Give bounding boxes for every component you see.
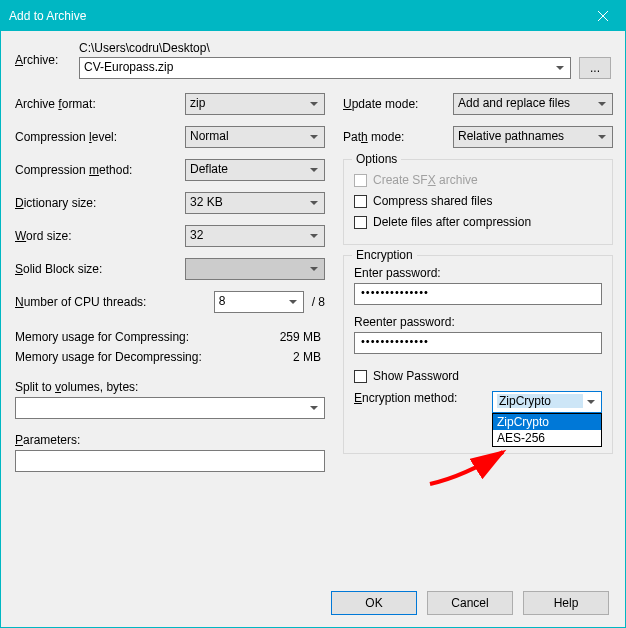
- enc-option-aes256[interactable]: AES-256: [493, 430, 601, 446]
- opt-sfx-checkbox: [354, 174, 367, 187]
- level-combo[interactable]: Normal: [185, 126, 325, 148]
- archive-path: C:\Users\codru\Desktop\: [79, 41, 571, 55]
- method-combo[interactable]: Deflate: [185, 159, 325, 181]
- opt-sfx-row: Create SFX archive: [354, 173, 602, 187]
- enter-pw-label: Enter password:: [354, 266, 602, 280]
- split-combo[interactable]: [15, 397, 325, 419]
- opt-sfx-label: Create SFX archive: [373, 173, 478, 187]
- opt-shared-label: Compress shared files: [373, 194, 492, 208]
- opt-delete-row[interactable]: Delete files after compression: [354, 215, 602, 229]
- titlebar: Add to Archive: [1, 1, 625, 31]
- opt-delete-checkbox[interactable]: [354, 216, 367, 229]
- close-button[interactable]: [580, 1, 625, 31]
- word-label: Word size:: [15, 229, 185, 243]
- options-legend: Options: [352, 152, 401, 166]
- pathmode-combo[interactable]: Relative pathnames: [453, 126, 613, 148]
- reenter-pw-input[interactable]: ••••••••••••••: [354, 332, 602, 354]
- ok-button[interactable]: OK: [331, 591, 417, 615]
- archive-label: Archive:: [15, 53, 71, 67]
- enc-method-combo[interactable]: ZipCrypto: [492, 391, 602, 413]
- param-label: Parameters:: [15, 433, 325, 447]
- solid-combo: [185, 258, 325, 280]
- browse-button[interactable]: ...: [579, 57, 611, 79]
- reenter-pw-label: Reenter password:: [354, 315, 602, 329]
- dict-label: Dictionary size:: [15, 196, 185, 210]
- update-combo[interactable]: Add and replace files: [453, 93, 613, 115]
- split-label: Split to volumes, bytes:: [15, 380, 325, 394]
- dialog-content: Archive: C:\Users\codru\Desktop\ CV-Euro…: [1, 31, 625, 579]
- archive-row: Archive: C:\Users\codru\Desktop\ CV-Euro…: [15, 41, 611, 79]
- opt-shared-checkbox[interactable]: [354, 195, 367, 208]
- word-combo[interactable]: 32: [185, 225, 325, 247]
- mem-decomp-label: Memory usage for Decompressing:: [15, 350, 202, 364]
- window-title: Add to Archive: [9, 9, 86, 23]
- close-icon: [598, 11, 608, 21]
- dialog-window: Add to Archive Archive: C:\Users\codru\D…: [0, 0, 626, 628]
- encryption-fieldset: Encryption Enter password: •••••••••••••…: [343, 255, 613, 454]
- options-fieldset: Options Create SFX archive Compress shar…: [343, 159, 613, 245]
- level-label: Compression level:: [15, 130, 185, 144]
- enter-pw-input[interactable]: ••••••••••••••: [354, 283, 602, 305]
- enc-method-dropdown[interactable]: ZipCrypto AES-256: [492, 413, 602, 447]
- format-label: Archive format:: [15, 97, 185, 111]
- format-combo[interactable]: zip: [185, 93, 325, 115]
- button-row: OK Cancel Help: [1, 579, 625, 627]
- opt-shared-row[interactable]: Compress shared files: [354, 194, 602, 208]
- enc-option-zipcrypto[interactable]: ZipCrypto: [493, 414, 601, 430]
- dict-combo[interactable]: 32 KB: [185, 192, 325, 214]
- param-input[interactable]: [15, 450, 325, 472]
- threads-total: / 8: [312, 295, 325, 309]
- opt-delete-label: Delete files after compression: [373, 215, 531, 229]
- threads-label: Number of CPU threads:: [15, 295, 185, 309]
- show-pw-label: Show Password: [373, 369, 459, 383]
- archive-filename-combo[interactable]: CV-Europass.zip: [79, 57, 571, 79]
- pathmode-label: Path mode:: [343, 130, 453, 144]
- show-pw-row[interactable]: Show Password: [354, 369, 602, 383]
- mem-decomp-value: 2 MB: [293, 350, 321, 364]
- mem-comp-label: Memory usage for Compressing:: [15, 330, 189, 344]
- left-column: Archive format: zip Compression level: N…: [15, 93, 325, 579]
- encryption-legend: Encryption: [352, 248, 417, 262]
- threads-combo[interactable]: 8: [214, 291, 304, 313]
- right-column: Update mode: Add and replace files Path …: [343, 93, 613, 579]
- method-label: Compression method:: [15, 163, 185, 177]
- update-label: Update mode:: [343, 97, 453, 111]
- enc-method-label: Encryption method:: [354, 391, 457, 405]
- show-pw-checkbox[interactable]: [354, 370, 367, 383]
- mem-comp-value: 259 MB: [280, 330, 321, 344]
- help-button[interactable]: Help: [523, 591, 609, 615]
- cancel-button[interactable]: Cancel: [427, 591, 513, 615]
- solid-label: Solid Block size:: [15, 262, 185, 276]
